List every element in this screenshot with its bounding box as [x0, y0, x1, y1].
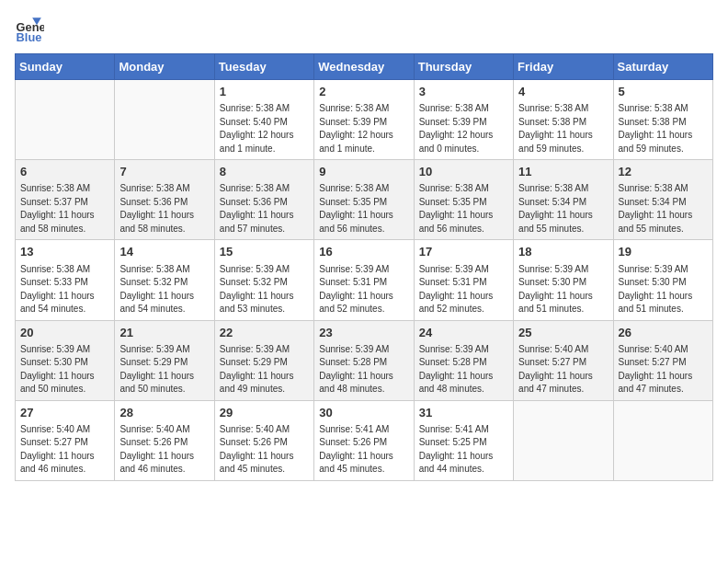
calendar-cell: 7Sunrise: 5:38 AM Sunset: 5:36 PM Daylig… [115, 160, 214, 240]
calendar-cell: 25Sunrise: 5:40 AM Sunset: 5:27 PM Dayli… [514, 320, 613, 400]
day-info: Sunrise: 5:38 AM Sunset: 5:40 PM Dayligh… [220, 102, 309, 155]
calendar-cell [16, 80, 115, 160]
calendar-cell: 5Sunrise: 5:38 AM Sunset: 5:38 PM Daylig… [613, 80, 712, 160]
day-info: Sunrise: 5:38 AM Sunset: 5:35 PM Dayligh… [419, 182, 508, 236]
day-of-week-header: Monday [115, 54, 214, 80]
calendar-week-row: 6Sunrise: 5:38 AM Sunset: 5:37 PM Daylig… [16, 160, 713, 240]
day-info: Sunrise: 5:41 AM Sunset: 5:25 PM Dayligh… [419, 423, 508, 477]
calendar-cell: 26Sunrise: 5:40 AM Sunset: 5:27 PM Dayli… [613, 320, 712, 400]
day-info: Sunrise: 5:39 AM Sunset: 5:30 PM Dayligh… [20, 343, 109, 396]
day-number: 9 [319, 164, 408, 180]
calendar-cell: 24Sunrise: 5:39 AM Sunset: 5:28 PM Dayli… [414, 320, 513, 400]
day-number: 13 [20, 244, 109, 260]
calendar-cell: 23Sunrise: 5:39 AM Sunset: 5:28 PM Dayli… [314, 320, 414, 400]
calendar-week-row: 1Sunrise: 5:38 AM Sunset: 5:40 PM Daylig… [16, 80, 713, 160]
calendar-cell [514, 400, 613, 480]
day-info: Sunrise: 5:39 AM Sunset: 5:31 PM Dayligh… [319, 263, 408, 316]
day-number: 10 [419, 164, 508, 180]
day-of-week-header: Tuesday [214, 54, 313, 80]
day-number: 26 [619, 325, 708, 341]
day-info: Sunrise: 5:38 AM Sunset: 5:39 PM Dayligh… [319, 102, 408, 155]
calendar-cell: 22Sunrise: 5:39 AM Sunset: 5:29 PM Dayli… [214, 320, 313, 400]
day-number: 14 [119, 244, 209, 260]
day-number: 17 [419, 244, 508, 260]
day-number: 25 [518, 325, 608, 341]
calendar-cell: 19Sunrise: 5:39 AM Sunset: 5:30 PM Dayli… [613, 240, 712, 320]
day-info: Sunrise: 5:38 AM Sunset: 5:36 PM Dayligh… [220, 182, 309, 236]
day-info: Sunrise: 5:39 AM Sunset: 5:29 PM Dayligh… [119, 343, 209, 396]
day-info: Sunrise: 5:40 AM Sunset: 5:27 PM Dayligh… [20, 423, 109, 477]
day-number: 7 [119, 164, 209, 180]
day-info: Sunrise: 5:38 AM Sunset: 5:39 PM Dayligh… [419, 102, 508, 155]
day-info: Sunrise: 5:40 AM Sunset: 5:27 PM Dayligh… [619, 343, 708, 396]
day-number: 2 [319, 84, 408, 100]
day-number: 12 [619, 164, 708, 180]
calendar-cell: 16Sunrise: 5:39 AM Sunset: 5:31 PM Dayli… [314, 240, 414, 320]
calendar-cell: 12Sunrise: 5:38 AM Sunset: 5:34 PM Dayli… [613, 160, 712, 240]
day-number: 19 [619, 244, 708, 260]
calendar-header-row: SundayMondayTuesdayWednesdayThursdayFrid… [16, 54, 713, 80]
logo-icon: General Blue [15, 15, 44, 44]
calendar-cell: 29Sunrise: 5:40 AM Sunset: 5:26 PM Dayli… [214, 400, 313, 480]
day-info: Sunrise: 5:40 AM Sunset: 5:27 PM Dayligh… [518, 343, 608, 396]
day-number: 22 [220, 325, 309, 341]
calendar-cell: 9Sunrise: 5:38 AM Sunset: 5:35 PM Daylig… [314, 160, 414, 240]
day-number: 5 [619, 84, 708, 100]
day-of-week-header: Saturday [613, 54, 712, 80]
calendar-cell: 11Sunrise: 5:38 AM Sunset: 5:34 PM Dayli… [514, 160, 613, 240]
day-info: Sunrise: 5:38 AM Sunset: 5:34 PM Dayligh… [518, 182, 608, 236]
day-info: Sunrise: 5:39 AM Sunset: 5:28 PM Dayligh… [419, 343, 508, 396]
day-info: Sunrise: 5:38 AM Sunset: 5:35 PM Dayligh… [319, 182, 408, 236]
calendar-cell: 13Sunrise: 5:38 AM Sunset: 5:33 PM Dayli… [16, 240, 115, 320]
calendar-cell: 30Sunrise: 5:41 AM Sunset: 5:26 PM Dayli… [314, 400, 414, 480]
day-number: 20 [20, 325, 109, 341]
day-info: Sunrise: 5:38 AM Sunset: 5:37 PM Dayligh… [20, 182, 109, 236]
calendar-cell: 2Sunrise: 5:38 AM Sunset: 5:39 PM Daylig… [314, 80, 414, 160]
calendar-cell: 3Sunrise: 5:38 AM Sunset: 5:39 PM Daylig… [414, 80, 513, 160]
day-number: 21 [119, 325, 209, 341]
calendar-cell: 17Sunrise: 5:39 AM Sunset: 5:31 PM Dayli… [414, 240, 513, 320]
page-header: General Blue [15, 15, 713, 44]
calendar-cell: 21Sunrise: 5:39 AM Sunset: 5:29 PM Dayli… [115, 320, 214, 400]
calendar-cell [115, 80, 214, 160]
day-number: 4 [518, 84, 608, 100]
day-number: 1 [220, 84, 309, 100]
day-number: 24 [419, 325, 508, 341]
calendar-cell: 28Sunrise: 5:40 AM Sunset: 5:26 PM Dayli… [115, 400, 214, 480]
day-number: 23 [319, 325, 408, 341]
day-number: 16 [319, 244, 408, 260]
calendar-cell: 4Sunrise: 5:38 AM Sunset: 5:38 PM Daylig… [514, 80, 613, 160]
day-info: Sunrise: 5:38 AM Sunset: 5:36 PM Dayligh… [119, 182, 209, 236]
day-info: Sunrise: 5:38 AM Sunset: 5:38 PM Dayligh… [619, 102, 708, 155]
day-info: Sunrise: 5:40 AM Sunset: 5:26 PM Dayligh… [119, 423, 209, 477]
calendar-cell: 1Sunrise: 5:38 AM Sunset: 5:40 PM Daylig… [214, 80, 313, 160]
calendar-cell: 31Sunrise: 5:41 AM Sunset: 5:25 PM Dayli… [414, 400, 513, 480]
calendar-table: SundayMondayTuesdayWednesdayThursdayFrid… [15, 53, 713, 481]
calendar-cell: 10Sunrise: 5:38 AM Sunset: 5:35 PM Dayli… [414, 160, 513, 240]
day-of-week-header: Sunday [16, 54, 115, 80]
day-info: Sunrise: 5:41 AM Sunset: 5:26 PM Dayligh… [319, 423, 408, 477]
day-number: 6 [20, 164, 109, 180]
day-number: 8 [220, 164, 309, 180]
calendar-week-row: 13Sunrise: 5:38 AM Sunset: 5:33 PM Dayli… [16, 240, 713, 320]
day-number: 28 [119, 405, 209, 421]
calendar-week-row: 20Sunrise: 5:39 AM Sunset: 5:30 PM Dayli… [16, 320, 713, 400]
day-number: 27 [20, 405, 109, 421]
day-info: Sunrise: 5:40 AM Sunset: 5:26 PM Dayligh… [220, 423, 309, 477]
day-number: 15 [220, 244, 309, 260]
calendar-cell: 15Sunrise: 5:39 AM Sunset: 5:32 PM Dayli… [214, 240, 313, 320]
calendar-cell: 14Sunrise: 5:38 AM Sunset: 5:32 PM Dayli… [115, 240, 214, 320]
day-info: Sunrise: 5:39 AM Sunset: 5:30 PM Dayligh… [619, 263, 708, 316]
day-number: 31 [419, 405, 508, 421]
day-info: Sunrise: 5:39 AM Sunset: 5:29 PM Dayligh… [220, 343, 309, 396]
day-of-week-header: Friday [514, 54, 613, 80]
calendar-week-row: 27Sunrise: 5:40 AM Sunset: 5:27 PM Dayli… [16, 400, 713, 480]
day-info: Sunrise: 5:38 AM Sunset: 5:34 PM Dayligh… [619, 182, 708, 236]
day-info: Sunrise: 5:39 AM Sunset: 5:31 PM Dayligh… [419, 263, 508, 316]
calendar-cell: 6Sunrise: 5:38 AM Sunset: 5:37 PM Daylig… [16, 160, 115, 240]
day-number: 18 [518, 244, 608, 260]
day-number: 11 [518, 164, 608, 180]
day-info: Sunrise: 5:39 AM Sunset: 5:28 PM Dayligh… [319, 343, 408, 396]
calendar-cell: 20Sunrise: 5:39 AM Sunset: 5:30 PM Dayli… [16, 320, 115, 400]
svg-text:Blue: Blue [17, 30, 42, 44]
